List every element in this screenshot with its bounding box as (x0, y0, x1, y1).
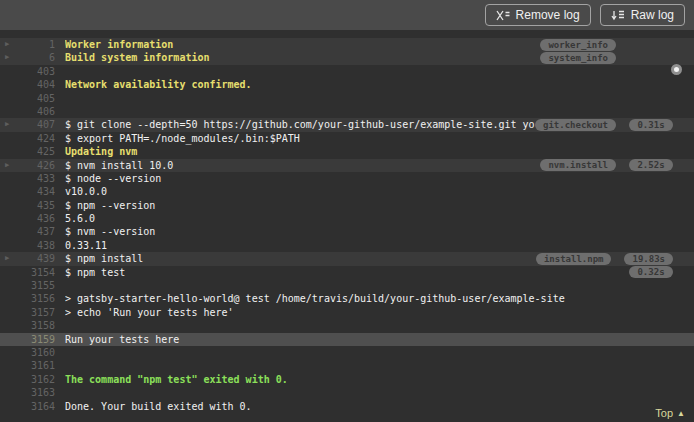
log-row: ▶407$ git clone --depth=50 https://githu… (0, 118, 694, 131)
line-number[interactable]: 6 (17, 51, 55, 64)
log-text: $ npm test (65, 266, 629, 279)
log-row: ▶6Build system informationsystem_info (0, 51, 694, 64)
fold-toggle-icon[interactable]: ▶ (5, 38, 17, 51)
remove-log-label: Remove log (516, 8, 580, 22)
duration-slot: 2.52s (629, 159, 673, 171)
fold-tag-badge: system_info (540, 52, 616, 64)
line-number[interactable]: 438 (17, 239, 55, 252)
line-number[interactable]: 439 (17, 252, 55, 265)
log-text: > echo 'Run your tests here' (65, 306, 694, 319)
row-pills: git.checkout0.31s (535, 119, 694, 131)
log-row: 4365.6.0 (0, 212, 694, 225)
line-number[interactable]: 425 (17, 145, 55, 158)
log-text: $ node --version (65, 172, 694, 185)
line-number[interactable]: 433 (17, 172, 55, 185)
raw-log-button[interactable]: Raw log (600, 4, 685, 26)
line-number[interactable]: 3154 (17, 266, 55, 279)
log-text: $ git clone --depth=50 https://github.co… (65, 118, 535, 131)
log-row: 405 (0, 92, 694, 105)
log-row: 3162The command "npm test" exited with 0… (0, 373, 694, 386)
log-row: 3160 (0, 346, 694, 359)
line-number[interactable]: 3159 (17, 333, 55, 346)
remove-log-button[interactable]: Remove log (485, 4, 591, 26)
log-row: 3163 (0, 386, 694, 399)
scroll-indicator[interactable] (671, 64, 682, 75)
fold-tag-badge: install.npm (536, 253, 612, 265)
log-text: Updating nvm (65, 145, 694, 158)
log-text: Done. Your build exited with 0. (65, 400, 694, 413)
log-row: 434v10.0.0 (0, 185, 694, 198)
row-pills: worker_info (540, 39, 694, 51)
line-number[interactable]: 3160 (17, 346, 55, 359)
fold-toggle-icon[interactable]: ▶ (5, 51, 17, 64)
log-text: $ npm install (65, 252, 536, 265)
raw-log-label: Raw log (631, 8, 674, 22)
row-pills: nvm.install2.52s (540, 159, 694, 171)
line-number[interactable]: 404 (17, 78, 55, 91)
duration-badge: 0.31s (629, 119, 672, 131)
fold-toggle-icon[interactable]: ▶ (5, 252, 17, 265)
log-row: ▶1Worker informationworker_info (0, 38, 694, 51)
line-number[interactable]: 403 (17, 65, 55, 78)
row-pills: install.npm19.83s (536, 253, 694, 265)
duration-badge: 0.32s (629, 266, 672, 278)
line-number[interactable]: 3161 (17, 359, 55, 372)
log-row: 3154$ npm test0.32s (0, 266, 694, 279)
log-row: 437$ nvm --version (0, 225, 694, 238)
log-row: 425Updating nvm (0, 145, 694, 158)
line-number[interactable]: 405 (17, 92, 55, 105)
log-row: 404Network availability confirmed. (0, 78, 694, 91)
duration-slot: 19.83s (624, 253, 673, 265)
line-number[interactable]: 3155 (17, 279, 55, 292)
log-text: v10.0.0 (65, 185, 694, 198)
fold-tag-badge: worker_info (540, 39, 616, 51)
raw-log-icon (611, 10, 625, 21)
log-row: 3155 (0, 279, 694, 292)
line-number[interactable]: 3156 (17, 292, 55, 305)
line-number[interactable]: 3163 (17, 386, 55, 399)
log-text: > gatsby-starter-hello-world@ test /home… (65, 292, 694, 305)
remove-log-icon (496, 10, 510, 21)
fold-toggle-icon[interactable]: ▶ (5, 118, 17, 131)
log-row: 3161 (0, 359, 694, 372)
line-number[interactable]: 437 (17, 225, 55, 238)
log-row: ▶426$ nvm install 10.0nvm.install2.52s (0, 159, 694, 172)
line-number[interactable]: 435 (17, 199, 55, 212)
line-number[interactable]: 426 (17, 159, 55, 172)
log-text: Build system information (65, 51, 540, 64)
duration-badge: 2.52s (629, 159, 672, 171)
chevron-up-icon: ▲ (677, 409, 685, 418)
log-text: 0.33.11 (65, 239, 694, 252)
log-row: 3157> echo 'Run your tests here' (0, 306, 694, 319)
log-rows: ▶1Worker informationworker_info▶6Build s… (0, 38, 694, 413)
log-text: Run your tests here (65, 333, 694, 346)
line-number[interactable]: 1 (17, 38, 55, 51)
line-number[interactable]: 407 (17, 118, 55, 131)
fold-tag-badge: git.checkout (535, 119, 616, 131)
line-number[interactable]: 434 (17, 185, 55, 198)
log-toolbar: Remove log Raw log (0, 0, 694, 30)
log-text: $ nvm --version (65, 225, 694, 238)
log-row: 403 (0, 65, 694, 78)
row-pills: system_info (540, 52, 694, 64)
fold-tag-badge: nvm.install (540, 159, 616, 171)
scroll-to-top-link[interactable]: Top ▲ (655, 407, 685, 419)
line-number[interactable]: 3158 (17, 319, 55, 332)
log-row: 3158 (0, 319, 694, 332)
log-row: 3159Run your tests here (0, 333, 694, 346)
line-number[interactable]: 3157 (17, 306, 55, 319)
line-number[interactable]: 436 (17, 212, 55, 225)
build-log: ▶1Worker informationworker_info▶6Build s… (0, 30, 694, 422)
line-number[interactable]: 3162 (17, 373, 55, 386)
duration-slot: 0.32s (629, 266, 673, 278)
log-row: 433$ node --version (0, 172, 694, 185)
line-number[interactable]: 3164 (17, 400, 55, 413)
log-text: $ npm --version (65, 199, 694, 212)
log-row: 435$ npm --version (0, 199, 694, 212)
line-number[interactable]: 424 (17, 132, 55, 145)
line-number[interactable]: 406 (17, 105, 55, 118)
fold-toggle-icon[interactable]: ▶ (5, 159, 17, 172)
log-row: 3164Done. Your build exited with 0. (0, 400, 694, 413)
log-text: $ export PATH=./node_modules/.bin:$PATH (65, 132, 694, 145)
log-text: $ nvm install 10.0 (65, 159, 540, 172)
